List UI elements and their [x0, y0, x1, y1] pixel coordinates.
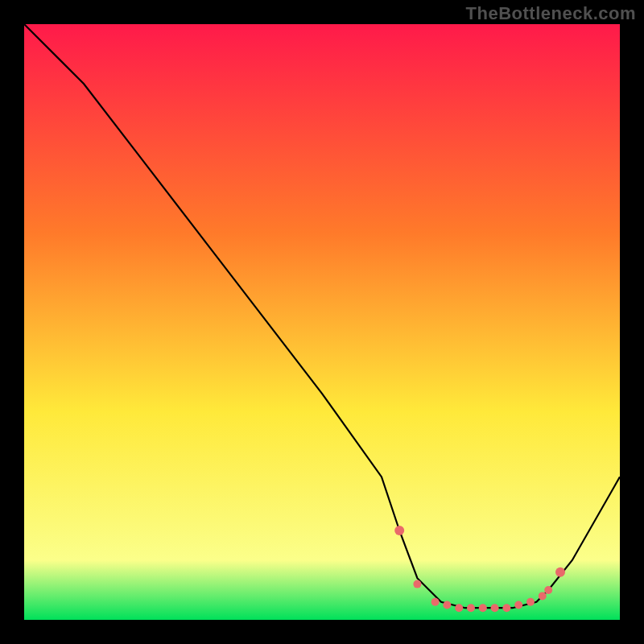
marker-point [443, 601, 451, 609]
marker-point [491, 604, 499, 612]
marker-point [555, 568, 565, 577]
gradient-background [24, 24, 620, 620]
marker-point [455, 604, 463, 612]
marker-point [467, 604, 475, 612]
watermark-text: TheBottleneck.com [466, 3, 636, 24]
marker-point [539, 592, 547, 600]
marker-point [431, 598, 440, 606]
marker-point [479, 604, 487, 612]
marker-point [544, 586, 552, 594]
marker-point [394, 526, 404, 535]
marker-point [526, 598, 535, 606]
chart-svg [24, 24, 620, 620]
marker-point [502, 604, 510, 612]
marker-point [514, 601, 522, 609]
marker-point [413, 580, 421, 588]
chart-frame: TheBottleneck.com [0, 0, 644, 644]
plot-area [24, 24, 620, 620]
